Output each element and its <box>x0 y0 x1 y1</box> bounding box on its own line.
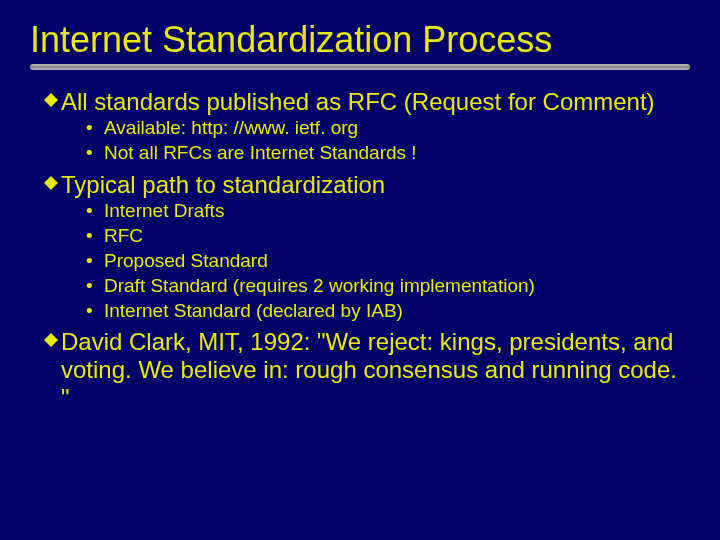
bullet-block-1: Typical path to standardization • Intern… <box>30 171 690 323</box>
bullet-text: All standards published as RFC (Request … <box>61 88 690 116</box>
bullet-text: David Clark, MIT, 1992: "We reject: king… <box>61 328 690 411</box>
bullet-level2: • Proposed Standard <box>86 250 690 273</box>
slide-title: Internet Standardization Process <box>30 20 690 60</box>
dot-icon: • <box>86 142 104 165</box>
diamond-icon <box>44 333 61 347</box>
sub-bullet-text: Available: http: //www. ietf. org <box>104 117 690 140</box>
sub-bullet-text: Proposed Standard <box>104 250 690 273</box>
sub-bullet-text: Not all RFCs are Internet Standards ! <box>104 142 690 165</box>
diamond-icon <box>44 176 61 190</box>
sub-bullet-text: Internet Standard (declared by IAB) <box>104 300 690 323</box>
slide: Internet Standardization Process All sta… <box>0 0 720 540</box>
svg-marker-1 <box>44 176 58 190</box>
bullet-text: Typical path to standardization <box>61 171 690 199</box>
bullet-level2: • Internet Standard (declared by IAB) <box>86 300 690 323</box>
dot-icon: • <box>86 225 104 248</box>
bullet-level1: Typical path to standardization <box>44 171 690 199</box>
diamond-icon <box>44 93 61 107</box>
dot-icon: • <box>86 117 104 140</box>
svg-marker-2 <box>44 333 58 347</box>
dot-icon: • <box>86 300 104 323</box>
bullet-level2: • Not all RFCs are Internet Standards ! <box>86 142 690 165</box>
bullet-level1: David Clark, MIT, 1992: "We reject: king… <box>44 328 690 411</box>
dot-icon: • <box>86 275 104 298</box>
sub-bullet-text: Internet Drafts <box>104 200 690 223</box>
sub-bullet-text: RFC <box>104 225 690 248</box>
sub-bullet-text: Draft Standard (requires 2 working imple… <box>104 275 690 298</box>
bullet-level1: All standards published as RFC (Request … <box>44 88 690 116</box>
title-separator <box>30 64 690 70</box>
bullet-level2: • Draft Standard (requires 2 working imp… <box>86 275 690 298</box>
dot-icon: • <box>86 250 104 273</box>
bullet-level2: • Available: http: //www. ietf. org <box>86 117 690 140</box>
bullet-level2: • Internet Drafts <box>86 200 690 223</box>
bullet-level2: • RFC <box>86 225 690 248</box>
dot-icon: • <box>86 200 104 223</box>
bullet-block-2: David Clark, MIT, 1992: "We reject: king… <box>30 328 690 411</box>
svg-marker-0 <box>44 93 58 107</box>
bullet-block-0: All standards published as RFC (Request … <box>30 88 690 165</box>
